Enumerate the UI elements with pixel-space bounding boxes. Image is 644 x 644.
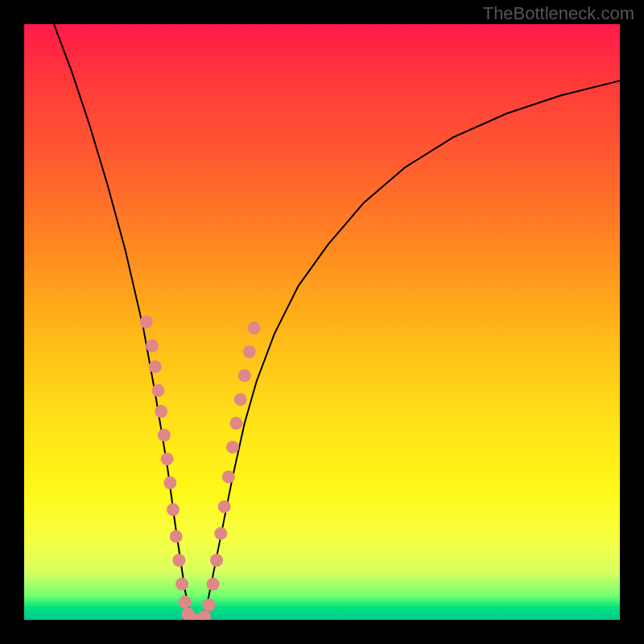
data-point [155, 405, 167, 418]
data-point [149, 361, 162, 374]
chart-plot-area [24, 24, 620, 620]
data-point [167, 503, 180, 516]
data-point [172, 554, 185, 567]
data-point [202, 599, 215, 612]
data-point [158, 429, 171, 442]
data-point [229, 417, 242, 430]
data-point [163, 477, 176, 489]
data-point [170, 530, 183, 543]
data-point [238, 369, 251, 382]
data-point [214, 527, 227, 540]
data-point [218, 500, 231, 513]
data-point [198, 610, 211, 620]
data-point [146, 340, 159, 353]
watermark-text: TheBottleneck.com [483, 3, 634, 24]
data-point [226, 440, 239, 453]
data-point [161, 452, 174, 465]
data-points-group [140, 316, 261, 620]
data-point [140, 316, 153, 328]
data-point [152, 384, 165, 397]
data-point [243, 345, 256, 358]
chart-svg [24, 24, 620, 620]
data-point [175, 578, 188, 591]
bottleneck-curve [54, 24, 620, 620]
data-point [179, 596, 192, 609]
data-point [248, 321, 261, 334]
data-point [222, 470, 235, 483]
data-point [210, 554, 223, 567]
data-point [234, 393, 247, 406]
data-point [207, 578, 220, 591]
